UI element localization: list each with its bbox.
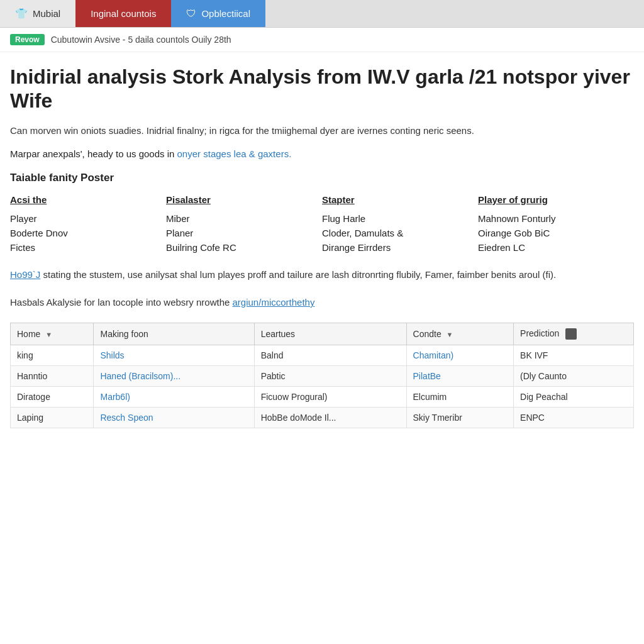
cell-leartues-2: Ficuow Progural) xyxy=(254,387,406,408)
shirt-icon: 👕 xyxy=(15,8,28,19)
cell-2-1: Cloder, Damulats & xyxy=(322,226,478,240)
nav-tabs: 👕 Mubial Inginal countois 🛡 Opblectiical xyxy=(0,0,644,28)
cell-home-3: Laping xyxy=(11,408,94,428)
cell-0-2: Fictes xyxy=(10,240,166,255)
hasbals-prefix: Hasbals Akalysie for lan tocople into we… xyxy=(10,297,233,308)
cell-1-2: Builring Cofe RC xyxy=(166,240,322,255)
col-head-1: Pisalaster xyxy=(166,192,322,208)
main-content: Inidirial analysis Stork Analysis from I… xyxy=(0,52,644,441)
cell-home-1: Hanntio xyxy=(11,366,94,387)
cell-prediction-2: Dig Peachal xyxy=(514,387,634,408)
table-row: kingShildsBalndChamitan)BK IVF xyxy=(11,345,634,366)
col-head-2: Stapter xyxy=(322,192,478,208)
breadcrumb-bar: Revow Cubutowin Avsive - 5 daila countol… xyxy=(0,28,644,52)
link-line-prefix: Marpar anexpals', heady to us goods in xyxy=(10,148,177,159)
cell-condte-1[interactable]: PilatBe xyxy=(406,366,514,387)
cell-condte-2: Elcumim xyxy=(406,387,514,408)
table-section: Taiable fanity Poster Acsi the Pisalaste… xyxy=(10,172,634,255)
body-paragraph: Ho99`J stating the stustem, use anilysat… xyxy=(10,267,634,282)
cell-making-2[interactable]: Marb6l) xyxy=(94,387,254,408)
tab-opblectiical-label: Opblectiical xyxy=(201,8,250,19)
article-title: Inidirial analysis Stork Analysis from I… xyxy=(10,65,634,113)
cell-1-1: Planer xyxy=(166,226,322,240)
cell-making-0[interactable]: Shilds xyxy=(94,345,254,366)
cell-condte-3: Skiy Tmeribr xyxy=(406,408,514,428)
tab-mubial-label: Mubial xyxy=(33,8,60,19)
cell-0-1: Boderte Dnov xyxy=(10,226,166,240)
table-section-heading: Taiable fanity Poster xyxy=(10,172,634,184)
review-badge: Revow xyxy=(10,34,45,45)
tab-inginal[interactable]: Inginal countois xyxy=(75,0,171,27)
cell-leartues-1: Pabtic xyxy=(254,366,406,387)
grid-col-leartues: Leartues xyxy=(254,323,406,345)
cell-3-1: Oirange Gob BiC xyxy=(478,226,634,240)
cell-home-0: king xyxy=(11,345,94,366)
cell-leartues-3: HobBe doMode Il... xyxy=(254,408,406,428)
cell-condte-0[interactable]: Chamitan) xyxy=(406,345,514,366)
article-intro: Can morven win oniots suadies. Inidrial … xyxy=(10,123,634,138)
cell-3-0: Mahnown Fonturly xyxy=(478,211,634,226)
col-head-0: Acsi the xyxy=(10,192,166,208)
cell-3-2: Eiedren LC xyxy=(478,240,634,255)
prediction-col-icon xyxy=(565,328,577,340)
table-row: HanntioHaned (Bracilsom)...PabticPilatBe… xyxy=(11,366,634,387)
grid-col-condte[interactable]: Condte ▼ xyxy=(406,323,514,345)
link-line: Marpar anexpals', heady to us goods in o… xyxy=(10,148,634,159)
breadcrumb-text: Cubutowin Avsive - 5 daila countols Ouil… xyxy=(51,35,231,45)
sort-arrow-condte: ▼ xyxy=(447,331,453,338)
hasbals-link[interactable]: argiun/miccorthethy xyxy=(233,297,315,308)
body-inline-link[interactable]: Ho99`J xyxy=(10,269,40,280)
grid-col-making-foon: Making foon xyxy=(94,323,254,345)
table-header-row: Acsi the Pisalaster Stapter Player of gr… xyxy=(10,192,634,208)
cell-prediction-3: ENPC xyxy=(514,408,634,428)
cell-making-3[interactable]: Resch Speon xyxy=(94,408,254,428)
hasbals-line: Hasbals Akalysie for lan tocople into we… xyxy=(10,295,634,310)
col-head-3: Player of grurig xyxy=(478,192,634,208)
grid-col-home[interactable]: Home ▼ xyxy=(11,323,94,345)
cell-2-2: Dirange Eirrders xyxy=(322,240,478,255)
cell-2-0: Flug Harle xyxy=(322,211,478,226)
table-row: LapingResch SpeonHobBe doMode Il...Skiy … xyxy=(11,408,634,428)
cell-home-2: Diratoge xyxy=(11,387,94,408)
shield-icon: 🛡 xyxy=(186,8,196,19)
sort-arrow-home: ▼ xyxy=(45,331,52,338)
cell-0-0: Player xyxy=(10,211,166,226)
grid-header-row: Home ▼ Making foon Leartues Condte ▼ Pre… xyxy=(11,323,634,345)
cell-1-0: Miber xyxy=(166,211,322,226)
tab-opblectiical[interactable]: 🛡 Opblectiical xyxy=(171,0,265,27)
table-row: DiratogeMarb6l)Ficuow Progural)ElcumimDi… xyxy=(11,387,634,408)
cell-prediction-1: (Dly Caunto xyxy=(514,366,634,387)
cell-prediction-0: BK IVF xyxy=(514,345,634,366)
grid-col-prediction: Prediction xyxy=(514,323,634,345)
body-para-text: stating the stustem, use anilysat shal l… xyxy=(40,269,556,280)
tab-mubial[interactable]: 👕 Mubial xyxy=(0,0,75,27)
data-grid: Home ▼ Making foon Leartues Condte ▼ Pre… xyxy=(10,323,634,428)
tab-inginal-label: Inginal countois xyxy=(91,8,156,19)
cell-leartues-0: Balnd xyxy=(254,345,406,366)
link-line-link[interactable]: onyer stages lea & gaxters. xyxy=(177,148,292,159)
cell-making-1[interactable]: Haned (Bracilsom)... xyxy=(94,366,254,387)
table-body: Player Miber Flug Harle Mahnown Fonturly… xyxy=(10,211,634,255)
